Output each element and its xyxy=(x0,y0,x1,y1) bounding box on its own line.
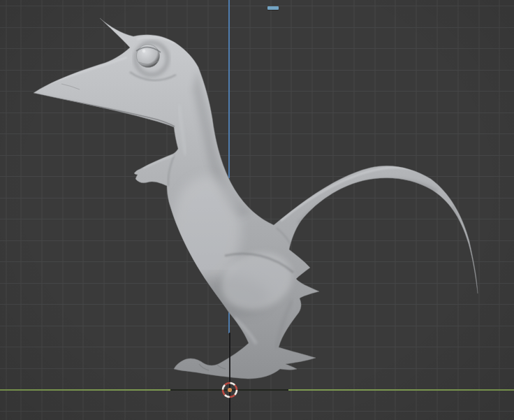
creature-silhouette[interactable] xyxy=(34,18,478,379)
cursor-crosshair-vertical xyxy=(229,333,230,420)
collapsed-header-indicator[interactable] xyxy=(267,6,279,10)
cursor-3d[interactable] xyxy=(218,378,242,402)
3d-viewport[interactable] xyxy=(0,0,514,420)
model-creature[interactable] xyxy=(0,0,514,420)
eye-highlight xyxy=(142,50,146,53)
cursor-center-dot xyxy=(228,388,232,392)
